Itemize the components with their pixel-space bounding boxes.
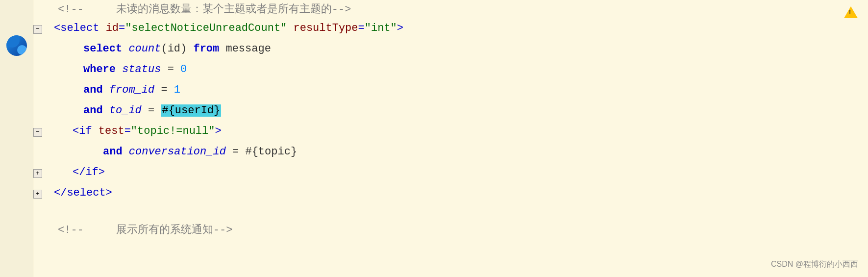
- sql-conv-id: conversation_id: [129, 146, 226, 158]
- sql-space1: [122, 43, 128, 55]
- sql-one: 1: [174, 84, 180, 96]
- sql-eq-status: =: [161, 63, 180, 76]
- line-select-close: + </select>: [33, 185, 868, 206]
- sql-select-kw: select: [83, 43, 122, 55]
- tag-bracket-open: <: [54, 22, 60, 34]
- watermark-text: CSDN @程博衍的小西西: [771, 260, 858, 268]
- line-sql-and2: and to_id = #{userId}: [33, 103, 868, 124]
- sql-count: count: [128, 43, 161, 55]
- code-area: <!-- 未读的消息数量：某个主题或者是所有主题的--> − <select i…: [33, 0, 868, 277]
- if-eq: =: [124, 125, 131, 137]
- attr-result-name: resultType: [287, 22, 358, 34]
- fold-icon-select-close[interactable]: +: [33, 190, 42, 199]
- attr-id-value: "selectNoticeUnreadCount": [125, 22, 287, 34]
- if-close-tag: </if>: [73, 166, 105, 178]
- sql-status: status: [122, 63, 161, 76]
- sql-from-kw: from: [193, 43, 219, 55]
- if-attr-value: "topic!=null": [131, 125, 215, 137]
- sql-and2-space: [103, 104, 109, 117]
- sql-where-rest: [116, 63, 122, 76]
- avatar: [6, 35, 27, 56]
- attr-result-value: "int": [365, 22, 397, 34]
- if-attr-test: test: [99, 125, 124, 137]
- warning-icon: !: [843, 5, 858, 20]
- line-if-close: + </if>: [33, 165, 868, 185]
- if-tag-name: if: [79, 125, 99, 137]
- sql-and1-space: [103, 84, 109, 96]
- sql-to-id: to_id: [109, 104, 142, 117]
- eq2: =: [358, 22, 365, 34]
- line-comment-1: <!-- 未读的消息数量：某个主题或者是所有主题的-->: [33, 0, 868, 21]
- attr-id-name: id: [106, 22, 119, 34]
- sql-userid-param: #{userId}: [161, 104, 221, 117]
- fold-icon-select[interactable]: −: [33, 25, 42, 34]
- line-sql-where: where status = 0: [33, 62, 868, 82]
- eq1: =: [119, 22, 125, 34]
- fold-icon-if-close[interactable]: +: [33, 169, 42, 178]
- sql-table: message: [219, 43, 271, 55]
- comment-text-2: <!-- 展示所有的系统通知-->: [48, 222, 232, 237]
- fold-icon-if[interactable]: −: [33, 128, 42, 137]
- line-if-open: − <if test="topic!=null">: [33, 124, 868, 144]
- watermark: CSDN @程博衍的小西西: [771, 259, 858, 270]
- sql-from-id: from_id: [109, 84, 154, 96]
- line-sql-and3: and conversation_id = #{topic}: [33, 144, 868, 165]
- sql-and2-eq: =: [142, 104, 161, 117]
- sql-and3-kw: and: [103, 146, 123, 158]
- line-empty: [33, 206, 868, 221]
- if-close-bracket: >: [215, 125, 221, 137]
- tag-name-select: select: [60, 22, 105, 34]
- sql-parens: (id): [161, 43, 193, 55]
- editor-container: ! <!-- 未读的消息数量：某个主题或者是所有主题的--> − <select…: [0, 0, 868, 277]
- select-close-tag: </select>: [54, 187, 112, 199]
- line-select-open: − <select id="selectNoticeUnreadCount" r…: [33, 21, 868, 41]
- line-comment-2: <!-- 展示所有的系统通知-->: [33, 221, 868, 241]
- sql-and3-space: [123, 146, 129, 158]
- comment-text-1: <!-- 未读的消息数量：某个主题或者是所有主题的-->: [48, 1, 351, 16]
- line-sql-select: select count(id) from message: [33, 41, 868, 62]
- sql-and1-kw: and: [83, 84, 103, 96]
- sql-and1-eq: =: [154, 84, 174, 96]
- sql-and2-kw: and: [83, 104, 103, 117]
- tag-bracket-close: >: [397, 22, 403, 34]
- if-open-bracket: <: [73, 125, 79, 137]
- sql-and3-eq: =: [226, 146, 246, 158]
- sql-where-kw: where: [83, 63, 116, 76]
- left-sidebar: [0, 0, 33, 277]
- sql-topic-param: #{topic}: [245, 146, 297, 158]
- line-sql-and1: and from_id = 1: [33, 82, 868, 103]
- sql-zero: 0: [180, 63, 187, 76]
